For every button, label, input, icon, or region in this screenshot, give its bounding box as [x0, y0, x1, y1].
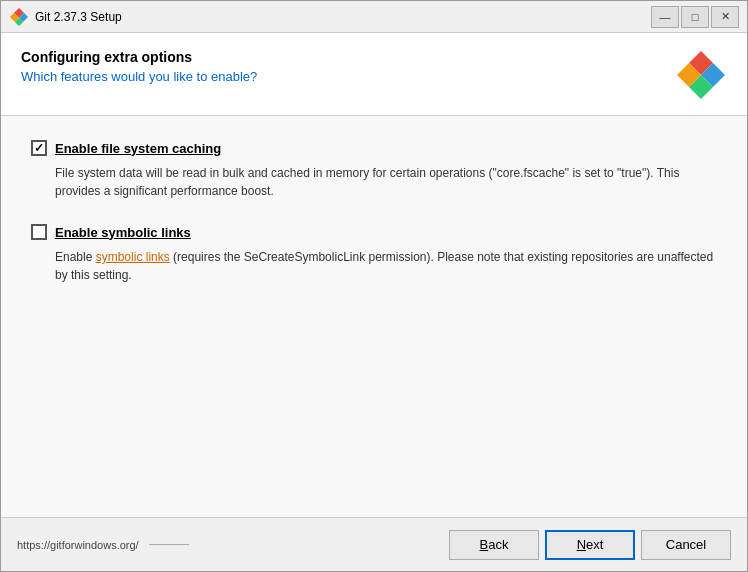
footer-buttons: Back Next Cancel — [449, 530, 731, 560]
option-symlinks-header: Enable symbolic links — [31, 224, 717, 240]
maximize-button[interactable]: □ — [681, 6, 709, 28]
next-button[interactable]: Next — [545, 530, 635, 560]
title-bar: Git 2.37.3 Setup — □ ✕ — [1, 1, 747, 33]
header-text: Configuring extra options Which features… — [21, 49, 257, 84]
next-label: Next — [577, 537, 604, 552]
back-label: Back — [480, 537, 509, 552]
fs-caching-description: File system data will be read in bulk an… — [55, 164, 717, 200]
footer-url: https://gitforwindows.org/ — [17, 539, 139, 551]
setup-window: Git 2.37.3 Setup — □ ✕ Configuring extra… — [0, 0, 748, 572]
cancel-label: Cancel — [666, 537, 706, 552]
header-subtitle: Which features would you like to enable? — [21, 69, 257, 84]
window-title: Git 2.37.3 Setup — [35, 10, 651, 24]
fs-caching-checkbox-label[interactable]: Enable file system caching — [31, 140, 221, 156]
content-area: Enable file system caching File system d… — [1, 116, 747, 517]
symlinks-checkbox[interactable] — [31, 224, 47, 240]
symlinks-label: Enable symbolic links — [55, 225, 191, 240]
git-logo — [675, 49, 727, 101]
fs-caching-label: Enable file system caching — [55, 141, 221, 156]
minimize-button[interactable]: — — [651, 6, 679, 28]
app-icon — [9, 7, 29, 27]
footer-left: https://gitforwindows.org/ — [17, 539, 189, 551]
footer: https://gitforwindows.org/ Back Next Can… — [1, 517, 747, 571]
symlinks-link[interactable]: symbolic links — [96, 250, 170, 264]
symlinks-checkbox-label[interactable]: Enable symbolic links — [31, 224, 191, 240]
option-symlinks: Enable symbolic links Enable symbolic li… — [31, 224, 717, 284]
symlinks-description: Enable symbolic links (requires the SeCr… — [55, 248, 717, 284]
option-fs-caching-header: Enable file system caching — [31, 140, 717, 156]
fs-caching-checkbox[interactable] — [31, 140, 47, 156]
footer-separator — [149, 544, 189, 545]
close-button[interactable]: ✕ — [711, 6, 739, 28]
cancel-button[interactable]: Cancel — [641, 530, 731, 560]
header-title: Configuring extra options — [21, 49, 257, 65]
option-fs-caching: Enable file system caching File system d… — [31, 140, 717, 200]
header: Configuring extra options Which features… — [1, 33, 747, 116]
back-button[interactable]: Back — [449, 530, 539, 560]
window-controls: — □ ✕ — [651, 6, 739, 28]
symlinks-desc-before: Enable — [55, 250, 96, 264]
